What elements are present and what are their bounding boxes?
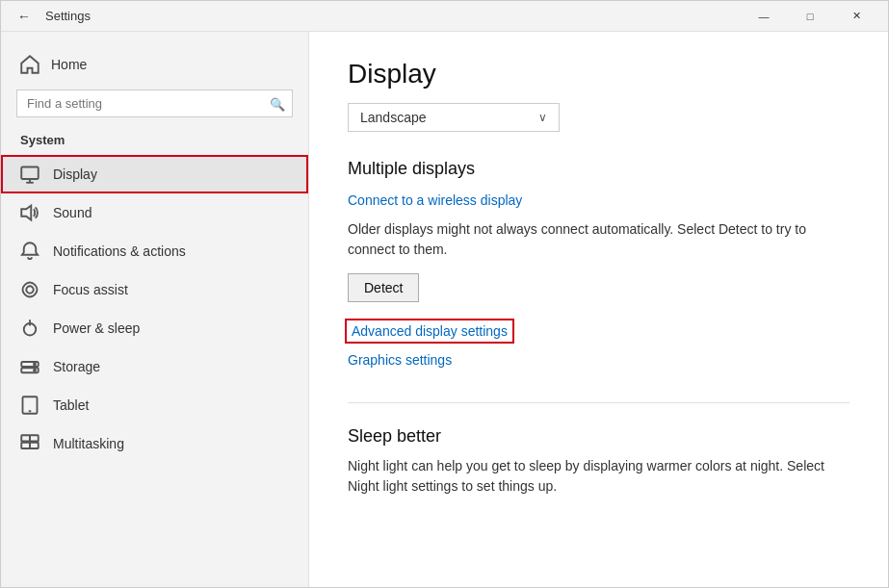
display-icon: [20, 165, 39, 184]
power-icon: [20, 319, 39, 338]
multiple-displays-description: Older displays might not always connect …: [348, 219, 849, 260]
storage-icon: [20, 357, 39, 376]
search-input[interactable]: [16, 89, 293, 117]
sleep-better-title: Sleep better: [348, 426, 850, 447]
sidebar-item-display[interactable]: Display: [1, 155, 308, 193]
sidebar-item-label-sound: Sound: [53, 205, 92, 220]
svg-rect-14: [21, 443, 30, 448]
sidebar-item-label-focus: Focus assist: [53, 282, 128, 297]
svg-point-9: [34, 370, 36, 371]
main-content: Display Landscape ∨ Multiple displays Co…: [309, 32, 888, 587]
close-button[interactable]: ✕: [834, 1, 878, 32]
tablet-icon: [20, 396, 39, 415]
svg-rect-0: [21, 167, 39, 180]
svg-marker-3: [21, 206, 31, 220]
advanced-display-settings-link[interactable]: Advanced display settings: [348, 321, 511, 341]
page-title: Display: [348, 59, 850, 89]
sound-icon: [20, 203, 39, 222]
sidebar-item-label-tablet: Tablet: [53, 397, 89, 413]
sidebar-item-label-power: Power & sleep: [53, 320, 140, 336]
svg-rect-15: [30, 443, 39, 448]
orientation-value: Landscape: [360, 110, 427, 125]
minimize-button[interactable]: —: [742, 1, 786, 32]
sidebar-item-notifications[interactable]: Notifications & actions: [1, 232, 308, 270]
maximize-button[interactable]: □: [788, 1, 832, 32]
sidebar-item-label-storage: Storage: [53, 359, 100, 374]
sidebar-item-label-display: Display: [53, 166, 97, 182]
detect-button[interactable]: Detect: [348, 273, 419, 302]
sleep-better-description: Night light can help you get to sleep by…: [348, 456, 849, 497]
sidebar-item-tablet[interactable]: Tablet: [1, 386, 308, 424]
multitasking-icon: [20, 434, 39, 453]
chevron-down-icon: ∨: [538, 111, 547, 124]
home-label: Home: [51, 57, 87, 72]
section-label: System: [1, 129, 308, 155]
sidebar-item-multitasking[interactable]: Multitasking: [1, 424, 308, 463]
orientation-dropdown[interactable]: Landscape ∨: [348, 103, 560, 132]
divider: [348, 402, 850, 403]
settings-window: ← Settings — □ ✕ Home 🔍 System: [0, 0, 889, 588]
graphics-settings-link[interactable]: Graphics settings: [348, 352, 452, 368]
multiple-displays-title: Multiple displays: [348, 159, 850, 179]
back-button[interactable]: ←: [11, 3, 38, 30]
sidebar-home-item[interactable]: Home: [1, 47, 308, 82]
content-area: Home 🔍 System Display: [1, 32, 888, 587]
home-icon: [20, 55, 39, 74]
connect-wireless-link[interactable]: Connect to a wireless display: [348, 192, 522, 208]
svg-rect-13: [30, 435, 39, 441]
notifications-icon: [20, 242, 39, 261]
window-title: Settings: [45, 9, 742, 23]
svg-point-8: [34, 364, 36, 366]
sidebar-item-storage[interactable]: Storage: [1, 347, 308, 386]
sidebar-item-label-multitasking: Multitasking: [53, 436, 124, 451]
search-icon: 🔍: [270, 96, 285, 111]
svg-rect-12: [21, 435, 30, 441]
search-box[interactable]: 🔍: [16, 89, 293, 117]
sidebar-item-power[interactable]: Power & sleep: [1, 309, 308, 347]
sidebar-item-sound[interactable]: Sound: [1, 193, 308, 232]
focus-icon: [20, 280, 39, 299]
titlebar: ← Settings — □ ✕: [1, 1, 888, 32]
window-controls: — □ ✕: [742, 1, 878, 32]
sidebar-item-label-notifications: Notifications & actions: [53, 243, 186, 259]
sidebar: Home 🔍 System Display: [1, 32, 309, 587]
sidebar-item-focus[interactable]: Focus assist: [1, 270, 308, 309]
